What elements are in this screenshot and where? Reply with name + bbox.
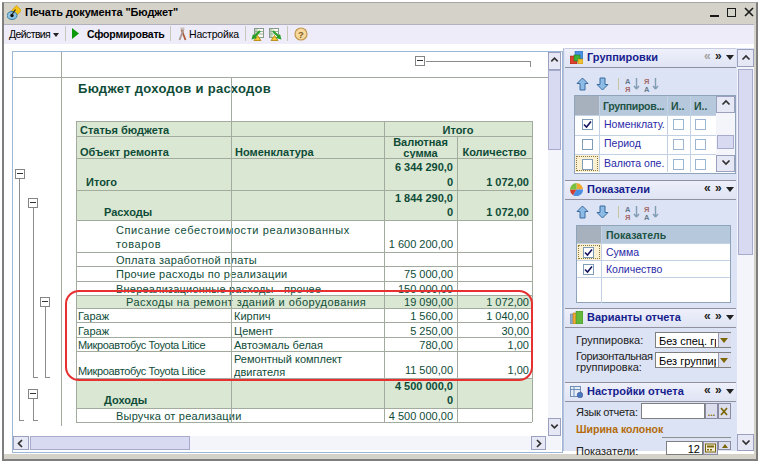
- svg-text:Я: Я: [625, 213, 630, 221]
- svg-text:А: А: [644, 213, 650, 221]
- svg-text:Я: Я: [625, 85, 630, 93]
- svg-text:?: ?: [298, 29, 304, 40]
- svg-text:А: А: [644, 85, 650, 93]
